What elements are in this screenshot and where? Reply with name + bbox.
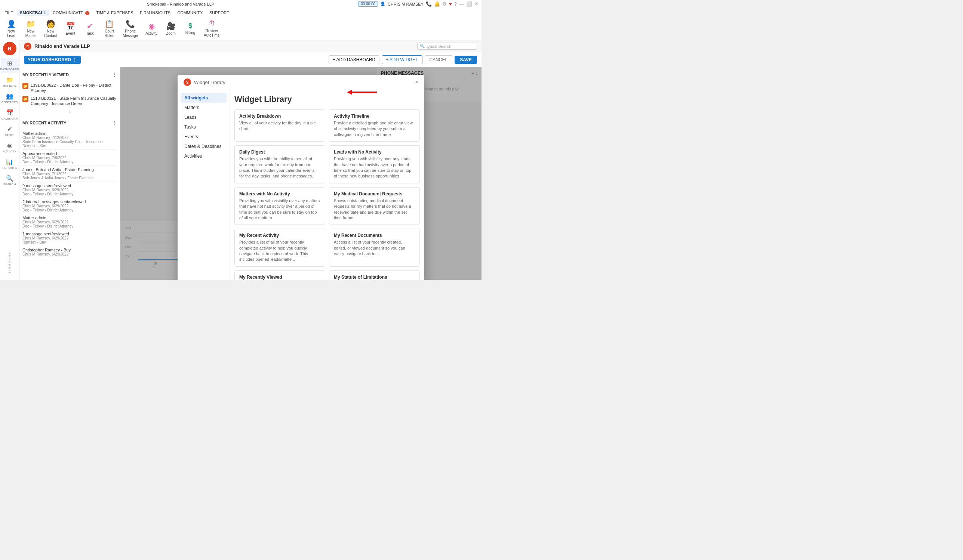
ribbon-zoom-label: Zoom	[166, 31, 176, 36]
add-widget-button[interactable]: + ADD WIDGET	[382, 55, 422, 64]
gear-icon[interactable]: ⚙	[442, 1, 447, 7]
recent-activity-more-icon[interactable]: ⋮	[112, 120, 117, 126]
sidebar-item-contacts[interactable]: 👥 CONTACTS	[1, 91, 19, 106]
widget-card-statute-of-limitations[interactable]: My Statute of Limitations Shows my matte…	[329, 270, 420, 280]
widget-card-recent-activity[interactable]: My Recent Activity Provides a list of al…	[234, 229, 325, 267]
list-item[interactable]: Christopher Ramsey - Buy Chris M Ramsey,…	[23, 246, 117, 258]
sidebar-reports-label: REPORTS	[2, 166, 17, 170]
widget-card-title: My Recent Activity	[239, 233, 320, 238]
widget-card-title: Leads with No Activity	[334, 149, 415, 155]
ribbon-new-matter-label: NewMatter	[26, 29, 36, 38]
recently-viewed-more-icon[interactable]: ⋮	[112, 72, 117, 78]
your-dashboard-button[interactable]: YOUR DASHBOARD ⋮	[24, 56, 81, 64]
modal-sidebar-leads[interactable]: Leads	[180, 112, 227, 122]
bell-icon[interactable]: 🔔	[434, 1, 440, 7]
ribbon-activity[interactable]: ◉ Activity	[143, 21, 160, 37]
ribbon-task[interactable]: ✔ Task	[81, 21, 98, 37]
scroll-down-icon[interactable]: ↕	[23, 109, 117, 114]
new-contact-icon: 🧑	[46, 19, 55, 28]
save-button[interactable]: SAVE	[455, 56, 477, 64]
event-icon: 📅	[66, 22, 75, 31]
ribbon-new-lead[interactable]: 👤 NewLead	[3, 19, 19, 39]
widget-card-daily-digest[interactable]: Daily Digest Provides you with the abili…	[234, 145, 325, 183]
list-item[interactable]: Jones, Bob and Anita - Estate Planning C…	[23, 166, 117, 182]
heart-icon[interactable]: ♥	[449, 1, 452, 7]
list-item[interactable]: Appearance edited Chris M Ramsey, 7/8/20…	[23, 150, 117, 166]
widget-card-title: My Medical Document Requests	[334, 191, 415, 196]
widget-card-desc: Access a list of your recently created, …	[334, 240, 415, 257]
arrow-svg	[347, 87, 384, 98]
modal-sidebar-dates-deadlines[interactable]: Dates & Deadlines	[180, 142, 227, 151]
zoom-icon: 🎥	[166, 22, 176, 31]
minimize-icon[interactable]: —	[459, 1, 464, 7]
top-bar: Smokeball - Rinaldo and Varade LLP 00:00…	[0, 0, 481, 8]
menu-smokeball[interactable]: SMOKEBALL	[17, 10, 49, 16]
menu-file[interactable]: FILE	[2, 10, 16, 16]
search-placeholder: Quick Search	[426, 44, 451, 49]
sidebar-item-dashboard[interactable]: ⊞ DASHBOARD	[1, 58, 19, 73]
modal-sidebar-activities[interactable]: Activities	[180, 151, 227, 161]
list-item[interactable]: 1 message sent/reviewed Chris M Ramsey, …	[23, 230, 117, 246]
menu-firm-insights[interactable]: FIRM INSIGHTS	[137, 10, 173, 16]
list-item[interactable]: Matter admin Chris M Ramsey, 7/12/2022 S…	[23, 129, 117, 150]
widget-grid: Activity Breakdown View all of your acti…	[234, 110, 420, 280]
list-item[interactable]: Matter admin Chris M Ramsey, 6/29/2022 D…	[23, 214, 117, 230]
widget-card-recent-documents[interactable]: My Recent Documents Access a list of you…	[329, 229, 420, 267]
sidebar-activity-label: ACTIVITY	[3, 150, 16, 153]
list-item[interactable]: 📁 1391-BB0622 - Dante Doe - Felony - Dis…	[23, 81, 117, 94]
maximize-icon[interactable]: ⬜	[466, 1, 472, 7]
modal-close-button[interactable]: ×	[415, 79, 418, 85]
sidebar-item-tasks[interactable]: ✔ TASKS	[1, 123, 19, 139]
menu-support[interactable]: SUPPORT	[206, 10, 232, 16]
list-item[interactable]: 📁 1118-BB0321 - State Farm Insurance Cas…	[23, 94, 117, 108]
list-item[interactable]: 2 internal messages sent/reviewed Chris …	[23, 198, 117, 214]
sidebar-item-matters[interactable]: 📁 MATTERS	[1, 74, 19, 90]
close-icon[interactable]: ✕	[474, 1, 478, 7]
sidebar-item-calendar[interactable]: 📅 CALENDAR	[1, 107, 19, 123]
ribbon-new-matter[interactable]: 📁 NewMatter	[23, 19, 39, 39]
sidebar-contacts-label: CONTACTS	[2, 100, 18, 104]
ribbon-event-label: Event	[66, 31, 76, 36]
ribbon-phone-message[interactable]: 📞 PhoneMessage	[120, 19, 140, 39]
widget-card-recently-viewed[interactable]: My Recently Viewed Provides you with qui…	[234, 270, 325, 280]
widget-card-desc: Provide a detailed graph and pie chart v…	[334, 120, 415, 138]
widget-card-leads-no-activity[interactable]: Leads with No Activity Providing you wit…	[329, 145, 420, 183]
new-matter-icon: 📁	[26, 19, 36, 28]
menu-time-expenses[interactable]: TIME & EXPENSES	[93, 10, 136, 16]
cancel-button[interactable]: CANCEL	[425, 55, 453, 64]
sidebar-item-reports[interactable]: 📊 REPORTS	[1, 156, 19, 172]
menu-community[interactable]: COMMUNITY	[174, 10, 206, 16]
ribbon-billing-label: Billing	[185, 31, 196, 35]
widget-card-medical-doc-requests[interactable]: My Medical Document Requests Shows outst…	[329, 187, 420, 225]
modal-sidebar-all-widgets[interactable]: All widgets	[180, 93, 227, 103]
widget-card-title: Activity Timeline	[334, 113, 415, 119]
search-icon: 🔍	[6, 175, 13, 182]
search-box[interactable]: 🔍 Quick Search	[417, 42, 477, 50]
sidebar-item-search[interactable]: 🔍 SEARCH	[1, 173, 19, 188]
widget-card-matters-no-activity[interactable]: Matters with No Activity Providing you w…	[234, 187, 325, 225]
ribbon-event[interactable]: 📅 Event	[62, 21, 78, 37]
modal-header: S Widget Library ×	[178, 75, 424, 90]
add-dashboard-label: + ADD DASHBOARD	[333, 57, 375, 62]
ribbon-new-contact[interactable]: 🧑 NewContact	[42, 19, 59, 39]
left-sidebar: R ⊞ DASHBOARD 📁 MATTERS 👥 CONTACTS 📅 CAL…	[0, 40, 19, 280]
sidebar-item-activity[interactable]: ◉ ACTIVITY	[1, 140, 19, 155]
menu-communicate[interactable]: COMMUNICATE 2	[50, 10, 92, 16]
recently-viewed-title: MY RECENTLY VIEWED	[23, 73, 69, 77]
sidebar-dashboard-label: DASHBOARD	[0, 68, 19, 71]
list-item[interactable]: 9 messages sent/reviewed Chris M Ramsey,…	[23, 182, 117, 198]
widget-card-activity-timeline[interactable]: Activity Timeline Provide a detailed gra…	[329, 110, 420, 142]
ribbon-review-autotime[interactable]: ⏱ ReviewAutoTime	[201, 19, 222, 39]
timer-badge[interactable]: 00:00:00	[358, 1, 378, 7]
ribbon-billing[interactable]: $ Billing	[182, 21, 198, 36]
modal-sidebar-tasks[interactable]: Tasks	[180, 122, 227, 132]
modal-sidebar-matters[interactable]: Matters	[180, 103, 227, 112]
modal-sidebar-events[interactable]: Events	[180, 132, 227, 142]
ribbon-zoom[interactable]: 🎥 Zoom	[163, 21, 179, 37]
widget-card-activity-breakdown[interactable]: Activity Breakdown View all of your acti…	[234, 110, 325, 142]
ribbon-court-rules[interactable]: 📋 CourtRules	[101, 19, 117, 39]
help-icon[interactable]: ?	[454, 1, 457, 7]
dash-header: YOUR DASHBOARD ⋮ + ADD DASHBOARD + ADD W…	[19, 52, 481, 67]
user-label[interactable]: CHRIS M RAMSEY	[387, 2, 423, 6]
add-dashboard-button[interactable]: + ADD DASHBOARD	[329, 55, 379, 64]
